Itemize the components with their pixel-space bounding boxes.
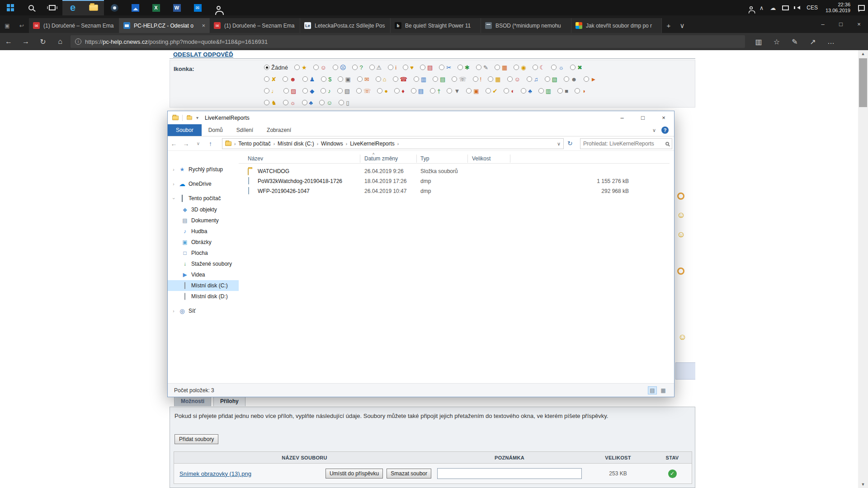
add-files-button[interactable]: Přidat soubory: [175, 434, 218, 444]
topic-icon-option[interactable]: ▨: [283, 88, 296, 94]
taskbar-explorer-button[interactable]: [83, 0, 104, 15]
topic-icon-option[interactable]: i: [388, 65, 396, 70]
explorer-search-box[interactable]: [580, 138, 672, 149]
refresh-button[interactable]: ↻: [34, 33, 52, 50]
explorer-close-button[interactable]: ×: [653, 111, 674, 124]
new-tab-button[interactable]: +: [662, 18, 675, 33]
radio-icon[interactable]: [521, 88, 526, 94]
explorer-up-button[interactable]: ↑: [204, 140, 217, 147]
file-row-watchdog[interactable]: WATCHDOG 26.04.2019 9:26 Složka souborů: [239, 166, 670, 176]
radio-icon[interactable]: [433, 76, 438, 82]
tab-list-button[interactable]: ∨: [675, 18, 689, 33]
topic-icon-option[interactable]: ▣: [338, 76, 350, 82]
topic-icon-option[interactable]: ▧: [545, 76, 557, 82]
radio-icon[interactable]: [458, 65, 463, 70]
radio-icon[interactable]: [486, 88, 491, 94]
topic-icon-option[interactable]: ✘: [264, 76, 276, 82]
topic-icon-option[interactable]: ⚠: [369, 65, 382, 70]
topic-icon-option[interactable]: ♦: [394, 88, 405, 94]
radio-icon[interactable]: [337, 88, 343, 94]
radio-icon[interactable]: [473, 76, 478, 82]
help-icon[interactable]: ?: [661, 127, 669, 134]
radio-icon[interactable]: [551, 65, 557, 70]
expander-icon[interactable]: ›: [171, 196, 176, 201]
radio-icon[interactable]: [452, 76, 457, 82]
radio-icon[interactable]: [283, 76, 288, 82]
language-indicator[interactable]: CES: [803, 0, 821, 15]
radio-icon[interactable]: [584, 76, 589, 82]
topic-icon-option[interactable]: ☎: [393, 76, 407, 82]
radio-icon[interactable]: [302, 76, 308, 82]
breadcrumb-disk-c[interactable]: Místní disk (C:): [278, 141, 314, 147]
radio-icon[interactable]: [495, 65, 500, 70]
topic-icon-option[interactable]: ☹: [333, 65, 346, 70]
expander-icon[interactable]: ›: [171, 182, 176, 187]
sidebar-downloads[interactable]: Stažené soubory: [168, 258, 239, 269]
topic-icon-option[interactable]: ✖: [570, 65, 582, 70]
radio-icon[interactable]: [411, 88, 416, 94]
smiley-fragment[interactable]: [677, 267, 684, 275]
menu-view[interactable]: Zobrazení: [260, 124, 298, 136]
topic-icon-option[interactable]: ♥: [403, 65, 414, 70]
delete-file-button[interactable]: Smazat soubor: [387, 469, 431, 479]
topic-icon-option[interactable]: ♪: [321, 88, 331, 94]
topic-icon-option[interactable]: ☼: [551, 65, 564, 70]
place-inline-button[interactable]: Umístit do příspěvku: [326, 469, 383, 479]
qat-customize-icon[interactable]: ▾: [196, 115, 198, 120]
more-options-button[interactable]: …: [822, 33, 840, 50]
sidebar-quick-access[interactable]: ›Rychlý přístup: [168, 164, 239, 175]
sid ebar-disk-d[interactable]: Místní disk (D:): [168, 291, 239, 302]
radio-icon[interactable]: [420, 65, 425, 70]
file-row-pow32k[interactable]: PoW32kWatchdog-20190418-1726 18.04.2019 …: [239, 176, 670, 186]
share-button[interactable]: ↗: [804, 33, 822, 50]
topic-icon-option[interactable]: ▤: [411, 88, 424, 94]
topic-icon-option[interactable]: ▣: [466, 88, 479, 94]
topic-icon-option[interactable]: ✎: [476, 65, 488, 70]
page-scrollbar[interactable]: ▲ ▼: [858, 50, 868, 488]
radio-icon[interactable]: [514, 65, 519, 70]
menu-share[interactable]: Sdílení: [230, 124, 260, 136]
taskbar-photos-button[interactable]: [125, 0, 146, 15]
topic-icon-option[interactable]: ▧: [337, 88, 350, 94]
post-reply-heading[interactable]: ODESLAT ODPOVĚĎ: [173, 51, 233, 58]
column-date[interactable]: Datum změny: [364, 155, 398, 162]
site-info-icon[interactable]: i: [75, 38, 81, 45]
window-minimize-button[interactable]: –: [814, 15, 832, 33]
radio-icon[interactable]: [321, 76, 326, 82]
forward-button[interactable]: →: [17, 33, 34, 50]
start-button[interactable]: [0, 0, 21, 15]
topic-icon-option[interactable]: ►: [584, 76, 597, 82]
radio-icon[interactable]: [333, 65, 338, 70]
taskbar-mail-button[interactable]: ✉: [187, 0, 208, 15]
topic-icon-option[interactable]: ■: [557, 88, 568, 94]
column-name[interactable]: Název: [248, 155, 263, 162]
menu-home[interactable]: Domů: [202, 124, 230, 136]
radio-icon[interactable]: [575, 88, 580, 94]
radio-icon[interactable]: [403, 65, 408, 70]
radio-icon[interactable]: [339, 100, 344, 105]
browser-tab-2-active[interactable]: PC-HELP.CZ - Odeslat o×: [119, 18, 210, 33]
tray-show-hidden-icons[interactable]: ∧: [756, 0, 767, 15]
sidebar-onedrive[interactable]: ›OneDrive: [168, 178, 239, 189]
sidebar-this-pc[interactable]: ›Tento počítač: [168, 193, 239, 204]
radio-icon[interactable]: [321, 88, 326, 94]
breadcrumb-this-pc[interactable]: Tento počítač: [238, 141, 270, 147]
browser-tab-1[interactable]: (1) Doručené – Seznam Ema: [29, 18, 119, 33]
topic-icon-option[interactable]: ⌂: [376, 76, 387, 82]
tray-volume-icon[interactable]: [792, 0, 803, 15]
topic-icon-option[interactable]: ★: [294, 65, 307, 70]
browser-tab-6[interactable]: BSOD (*minidump nemohu: [481, 18, 571, 33]
browser-tab-3[interactable]: (1) Doručené – Seznam Ema: [210, 18, 300, 33]
topic-icon-option[interactable]: ☏: [356, 88, 371, 94]
radio-icon[interactable]: [430, 88, 435, 94]
radio-icon[interactable]: [466, 88, 472, 94]
topic-icon-option[interactable]: ♫: [527, 76, 538, 82]
topic-icon-option[interactable]: ◐: [504, 88, 514, 94]
topic-icon-option[interactable]: ☼: [283, 100, 296, 106]
explorer-forward-button[interactable]: →: [180, 140, 192, 147]
topic-icon-option[interactable]: ▦: [488, 76, 500, 82]
sidebar-network[interactable]: ›Síť: [168, 305, 239, 316]
radio-icon[interactable]: [377, 88, 382, 94]
address-bar[interactable]: i https://pc-help.cnews.cz/posting.php?m…: [71, 35, 745, 48]
tray-user-button[interactable]: [746, 0, 756, 15]
